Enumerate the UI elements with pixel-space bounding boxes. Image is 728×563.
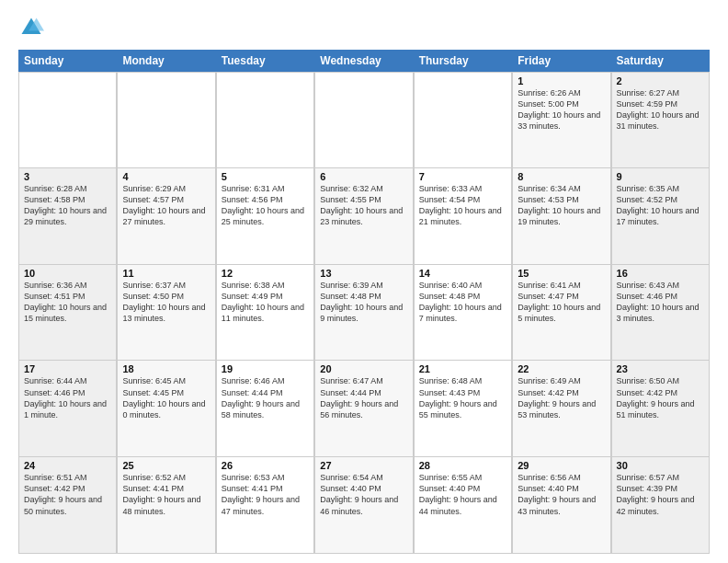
day-cell-4: 4Sunrise: 6:29 AM Sunset: 4:57 PM Daylig… xyxy=(117,168,215,264)
day-info: Sunrise: 6:39 AM Sunset: 4:48 PM Dayligh… xyxy=(320,280,407,325)
day-info: Sunrise: 6:56 AM Sunset: 4:40 PM Dayligh… xyxy=(518,472,605,517)
day-cell-23: 23Sunrise: 6:50 AM Sunset: 4:42 PM Dayli… xyxy=(611,361,710,456)
day-cell-30: 30Sunrise: 6:57 AM Sunset: 4:39 PM Dayli… xyxy=(611,457,710,553)
day-info: Sunrise: 6:26 AM Sunset: 5:00 PM Dayligh… xyxy=(518,87,605,132)
day-cell-16: 16Sunrise: 6:43 AM Sunset: 4:46 PM Dayli… xyxy=(611,265,710,361)
day-cell-2: 2Sunrise: 6:27 AM Sunset: 4:59 PM Daylig… xyxy=(611,72,710,167)
day-number: 19 xyxy=(222,363,309,374)
weekday-header-saturday: Saturday xyxy=(611,50,710,72)
day-info: Sunrise: 6:52 AM Sunset: 4:41 PM Dayligh… xyxy=(122,472,210,517)
page: SundayMondayTuesdayWednesdayThursdayFrid… xyxy=(0,0,728,563)
day-info: Sunrise: 6:45 AM Sunset: 4:45 PM Dayligh… xyxy=(122,375,210,420)
weekday-header-friday: Friday xyxy=(512,50,610,72)
day-number: 23 xyxy=(617,363,704,374)
day-info: Sunrise: 6:33 AM Sunset: 4:54 PM Dayligh… xyxy=(419,183,506,228)
day-number: 29 xyxy=(518,460,605,471)
day-info: Sunrise: 6:47 AM Sunset: 4:44 PM Dayligh… xyxy=(320,375,407,420)
day-number: 18 xyxy=(122,363,210,374)
day-cell-17: 17Sunrise: 6:44 AM Sunset: 4:46 PM Dayli… xyxy=(18,361,117,456)
day-cell-5: 5Sunrise: 6:31 AM Sunset: 4:56 PM Daylig… xyxy=(216,168,314,264)
day-cell-22: 22Sunrise: 6:49 AM Sunset: 4:42 PM Dayli… xyxy=(512,361,610,456)
day-number: 7 xyxy=(419,171,506,182)
calendar-header: SundayMondayTuesdayWednesdayThursdayFrid… xyxy=(18,50,710,72)
day-number: 27 xyxy=(320,460,407,471)
day-info: Sunrise: 6:38 AM Sunset: 4:49 PM Dayligh… xyxy=(222,280,309,325)
day-number: 9 xyxy=(617,171,704,182)
logo xyxy=(18,15,48,40)
day-number: 6 xyxy=(320,171,407,182)
empty-cell xyxy=(414,72,512,167)
weekday-header-sunday: Sunday xyxy=(18,50,117,72)
day-number: 26 xyxy=(222,460,309,471)
day-number: 12 xyxy=(222,268,309,279)
day-cell-9: 9Sunrise: 6:35 AM Sunset: 4:52 PM Daylig… xyxy=(611,168,710,264)
day-info: Sunrise: 6:49 AM Sunset: 4:42 PM Dayligh… xyxy=(518,375,605,420)
day-info: Sunrise: 6:51 AM Sunset: 4:42 PM Dayligh… xyxy=(24,472,111,517)
day-cell-1: 1Sunrise: 6:26 AM Sunset: 5:00 PM Daylig… xyxy=(512,72,610,167)
day-cell-7: 7Sunrise: 6:33 AM Sunset: 4:54 PM Daylig… xyxy=(414,168,512,264)
day-number: 30 xyxy=(617,460,704,471)
day-cell-11: 11Sunrise: 6:37 AM Sunset: 4:50 PM Dayli… xyxy=(117,265,215,361)
weekday-header-thursday: Thursday xyxy=(414,50,512,72)
day-cell-20: 20Sunrise: 6:47 AM Sunset: 4:44 PM Dayli… xyxy=(314,361,413,456)
day-info: Sunrise: 6:31 AM Sunset: 4:56 PM Dayligh… xyxy=(222,183,309,228)
day-number: 13 xyxy=(320,268,407,279)
day-info: Sunrise: 6:36 AM Sunset: 4:51 PM Dayligh… xyxy=(24,280,111,325)
calendar-row-3: 17Sunrise: 6:44 AM Sunset: 4:46 PM Dayli… xyxy=(18,361,710,457)
day-info: Sunrise: 6:48 AM Sunset: 4:43 PM Dayligh… xyxy=(419,375,506,420)
empty-cell xyxy=(117,72,215,167)
day-cell-12: 12Sunrise: 6:38 AM Sunset: 4:49 PM Dayli… xyxy=(216,265,314,361)
day-number: 25 xyxy=(122,460,210,471)
day-cell-10: 10Sunrise: 6:36 AM Sunset: 4:51 PM Dayli… xyxy=(18,265,117,361)
calendar: SundayMondayTuesdayWednesdayThursdayFrid… xyxy=(18,50,710,554)
day-number: 24 xyxy=(24,460,111,471)
day-info: Sunrise: 6:40 AM Sunset: 4:48 PM Dayligh… xyxy=(419,280,506,325)
day-number: 17 xyxy=(24,363,111,374)
day-number: 14 xyxy=(419,268,506,279)
day-info: Sunrise: 6:32 AM Sunset: 4:55 PM Dayligh… xyxy=(320,183,407,228)
day-cell-26: 26Sunrise: 6:53 AM Sunset: 4:41 PM Dayli… xyxy=(216,457,314,553)
day-info: Sunrise: 6:37 AM Sunset: 4:50 PM Dayligh… xyxy=(122,280,210,325)
day-cell-18: 18Sunrise: 6:45 AM Sunset: 4:45 PM Dayli… xyxy=(117,361,215,456)
calendar-row-0: 1Sunrise: 6:26 AM Sunset: 5:00 PM Daylig… xyxy=(18,72,710,168)
day-cell-19: 19Sunrise: 6:46 AM Sunset: 4:44 PM Dayli… xyxy=(216,361,314,456)
day-info: Sunrise: 6:54 AM Sunset: 4:40 PM Dayligh… xyxy=(320,472,407,517)
empty-cell xyxy=(216,72,314,167)
day-number: 1 xyxy=(518,75,605,86)
weekday-header-wednesday: Wednesday xyxy=(314,50,413,72)
day-info: Sunrise: 6:50 AM Sunset: 4:42 PM Dayligh… xyxy=(617,375,704,420)
day-info: Sunrise: 6:27 AM Sunset: 4:59 PM Dayligh… xyxy=(617,87,704,132)
logo-icon xyxy=(18,15,44,40)
day-info: Sunrise: 6:43 AM Sunset: 4:46 PM Dayligh… xyxy=(617,280,704,325)
day-number: 8 xyxy=(518,171,605,182)
day-info: Sunrise: 6:46 AM Sunset: 4:44 PM Dayligh… xyxy=(222,375,309,420)
day-cell-3: 3Sunrise: 6:28 AM Sunset: 4:58 PM Daylig… xyxy=(18,168,117,264)
day-cell-13: 13Sunrise: 6:39 AM Sunset: 4:48 PM Dayli… xyxy=(314,265,413,361)
calendar-row-2: 10Sunrise: 6:36 AM Sunset: 4:51 PM Dayli… xyxy=(18,265,710,362)
day-number: 20 xyxy=(320,363,407,374)
empty-cell xyxy=(314,72,413,167)
day-cell-8: 8Sunrise: 6:34 AM Sunset: 4:53 PM Daylig… xyxy=(512,168,610,264)
day-number: 10 xyxy=(24,268,111,279)
day-number: 15 xyxy=(518,268,605,279)
calendar-row-1: 3Sunrise: 6:28 AM Sunset: 4:58 PM Daylig… xyxy=(18,168,710,265)
calendar-row-4: 24Sunrise: 6:51 AM Sunset: 4:42 PM Dayli… xyxy=(18,457,710,554)
day-number: 5 xyxy=(222,171,309,182)
day-number: 4 xyxy=(122,171,210,182)
day-cell-15: 15Sunrise: 6:41 AM Sunset: 4:47 PM Dayli… xyxy=(512,265,610,361)
day-number: 11 xyxy=(122,268,210,279)
day-info: Sunrise: 6:53 AM Sunset: 4:41 PM Dayligh… xyxy=(222,472,309,517)
day-cell-29: 29Sunrise: 6:56 AM Sunset: 4:40 PM Dayli… xyxy=(512,457,610,553)
day-number: 2 xyxy=(617,75,704,86)
day-info: Sunrise: 6:55 AM Sunset: 4:40 PM Dayligh… xyxy=(419,472,506,517)
day-number: 22 xyxy=(518,363,605,374)
header xyxy=(18,15,710,40)
day-cell-14: 14Sunrise: 6:40 AM Sunset: 4:48 PM Dayli… xyxy=(414,265,512,361)
day-number: 16 xyxy=(617,268,704,279)
day-info: Sunrise: 6:28 AM Sunset: 4:58 PM Dayligh… xyxy=(24,183,111,228)
weekday-header-monday: Monday xyxy=(117,50,215,72)
day-info: Sunrise: 6:29 AM Sunset: 4:57 PM Dayligh… xyxy=(122,183,210,228)
weekday-header-tuesday: Tuesday xyxy=(216,50,314,72)
day-info: Sunrise: 6:34 AM Sunset: 4:53 PM Dayligh… xyxy=(518,183,605,228)
day-info: Sunrise: 6:44 AM Sunset: 4:46 PM Dayligh… xyxy=(24,375,111,420)
